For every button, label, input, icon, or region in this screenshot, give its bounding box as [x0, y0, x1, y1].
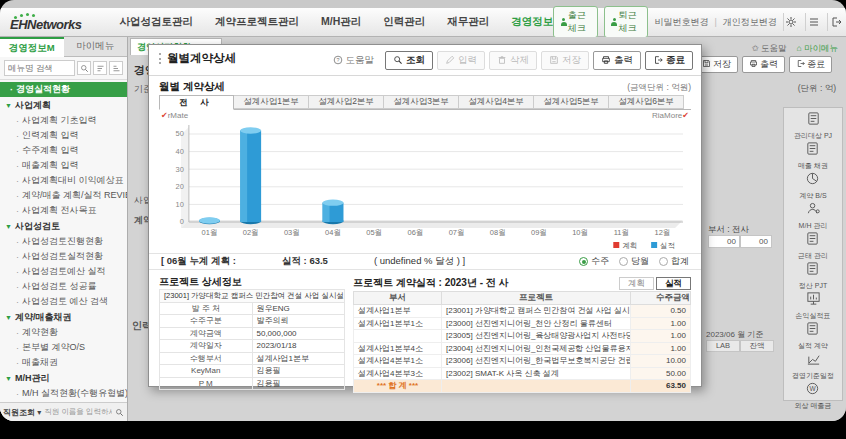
contract-row[interactable]: 설계사업1본부4소[23004] 선진엔지니어링_인천국제공항 산업물류용지 입… [354, 342, 691, 355]
mymenu-link[interactable]: ⌂ 마이메뉴 [797, 43, 839, 55]
sidebar-group[interactable]: ▼M/H관리 [0, 370, 127, 386]
person-icon [611, 18, 615, 26]
shortcut-pie-doc[interactable]: 계약 B/S [799, 171, 826, 201]
contract-row[interactable]: 설계사업4본부3소[23002] SMAT-K 사옥 신축 설계50.00 [354, 367, 691, 380]
sidebar-item[interactable]: ·인력계획 입력 [0, 128, 127, 143]
bar-04월 [323, 199, 344, 224]
svg-text:0: 0 [180, 217, 184, 226]
modal-toolbar-button[interactable]: 출력 [593, 51, 641, 70]
sidebar-item[interactable]: ·사업성검토진행현황 [0, 234, 127, 249]
division-tab[interactable]: 설계사업6본부 [609, 95, 684, 109]
division-tab[interactable]: 설계사업3본부 [384, 95, 459, 109]
modal-toolbar-button: 입력 [437, 51, 485, 70]
radio-합계[interactable]: 합계 [659, 255, 689, 268]
sidebar-item[interactable]: ·계약/매출 계획/실적 REVIEW [0, 188, 127, 203]
brand-logo[interactable]: EHNetworks [10, 13, 82, 31]
toggle-실적[interactable]: 실적 [656, 277, 691, 290]
contract-row[interactable]: 설계사업4본부1소[23006] 선진엔지니어링_한국법무보호복지공단 건립 건… [354, 355, 691, 368]
modal-toolbar-button[interactable]: 조회 [385, 51, 433, 70]
sidebar-item[interactable]: ·수주계획 입력 [0, 143, 127, 158]
sidebar-item[interactable]: ·본부별 계약O/S [0, 340, 127, 355]
detail-row: 수주구분발주의뢰 [160, 315, 345, 328]
shortcut-doc-clock[interactable]: 근태 관리 [798, 231, 828, 261]
nav-item[interactable]: M/H관리 [321, 15, 361, 29]
division-tab[interactable]: 설계사업2본부 [309, 95, 384, 109]
employee-search-icon[interactable] [115, 403, 124, 421]
sidebar-item[interactable]: ·M/H 실적현황(수행유형별) [0, 386, 127, 401]
collapse-all-icon[interactable] [109, 61, 123, 75]
division-tab[interactable]: 전 사 [159, 95, 234, 110]
sidebar-item[interactable]: ·사업성검토 예산 검색 [0, 294, 127, 309]
sidebar-item[interactable]: ·사업성검토실적현황 [0, 249, 127, 264]
detail-row: 수행부서설계사업1본부 [160, 352, 345, 365]
modal-help-button[interactable]: ?도움말 [326, 52, 382, 69]
toggle-계획[interactable]: 계획 [619, 277, 654, 290]
menu-search-row [0, 57, 127, 80]
sidebar-item[interactable]: ·매출계획 입력 [0, 158, 127, 173]
summary-prefix: [ 06월 누계 계획 : [161, 255, 236, 268]
sidebar-item[interactable]: ·사업성검토 성공률 [0, 279, 127, 294]
shortcut-chart-up[interactable]: 경영기준일정 [792, 351, 834, 381]
change-personal-info-link[interactable]: 개인정보변경 [723, 16, 777, 29]
chart-canvas: 0102030405001월02월03월04월05월06월07월08월09월10… [159, 111, 691, 251]
summary-bar: [ 06월 누계 계획 : 실적 : 63.5 ( undefined % 달성… [149, 253, 701, 270]
doc-list-icon [805, 321, 820, 340]
radio-당월[interactable]: 당월 [619, 255, 649, 268]
nav-item[interactable]: 사업성검토관리 [120, 15, 194, 29]
svg-text:12월: 12월 [655, 228, 671, 237]
menu-search-input[interactable] [4, 60, 75, 76]
help-link[interactable]: ✩ 도움말 [752, 43, 787, 55]
background-toolbar-button[interactable]: 종료 [789, 56, 832, 73]
nav-item[interactable]: 재무관리 [447, 15, 489, 29]
shortcut-person-gear[interactable]: M/H 관리 [799, 201, 828, 231]
division-tab[interactable]: 설계사업1본부 [234, 95, 309, 109]
checkout-button[interactable]: 퇴근체크 [604, 6, 649, 38]
menu-search-icon[interactable] [77, 61, 91, 75]
sidebar-item[interactable]: ·매출채권 [0, 355, 127, 370]
employee-search-dropdown[interactable]: 직원조회 ▾ [3, 407, 41, 418]
bullet-icon: · [16, 131, 19, 141]
division-tab[interactable]: 설계사업4본부 [459, 95, 534, 109]
background-toolbar-button[interactable]: 출력 [742, 56, 785, 73]
background-unit-note: (단위 : 억) [798, 83, 836, 95]
shortcut-doc-person[interactable]: 매출 채권 [798, 141, 828, 171]
sidebar-item[interactable]: ·사업성검토예산 실적 [0, 264, 127, 279]
project-header-row[interactable]: [23001] 가양대학교 캠퍼스 민간참여 건설 사업 실시설계 [160, 290, 345, 303]
sidebar-group[interactable]: ▼계약/매출채권 [0, 309, 127, 325]
radio-수주[interactable]: 수주 [579, 255, 609, 268]
sidebar-item[interactable]: ·사업계획대비 이익예상표 [0, 173, 127, 188]
logout-icon[interactable] [827, 13, 843, 31]
svg-text:계획: 계획 [622, 241, 637, 250]
sidebar-item[interactable]: ·경영실적현황 [0, 82, 127, 97]
sidebar-item[interactable]: ·사업계획 전사목표 [0, 203, 127, 218]
svg-text:07월: 07월 [449, 228, 465, 237]
nav-item[interactable]: 인력관리 [383, 15, 425, 29]
change-password-link[interactable]: 비밀번호변경 [654, 16, 708, 29]
nav-item[interactable]: 계약프로젝트관리 [215, 15, 299, 29]
shortcut-board-chart[interactable]: 손익실적표 [796, 291, 831, 321]
sidebar-group[interactable]: ▼사업계획 [0, 97, 127, 113]
menu-hamburger-icon[interactable] [805, 13, 821, 31]
expand-all-icon[interactable] [93, 61, 107, 75]
main-content-area: 경영실적현황 경영실적현황 기준년월 사업계획 계약 : 본 인력현황 ✩ 도움… [128, 37, 846, 421]
division-tab[interactable]: 설계사업5본부 [534, 95, 609, 109]
shortcut-doc-list[interactable]: 실적 계약 [798, 321, 828, 351]
shortcut-money[interactable]: W외상 매출금 [795, 381, 832, 411]
employee-search-input[interactable]: 직원 이름을 입력하세요. [44, 407, 112, 417]
sidebar-item[interactable]: ·계약현황 [0, 325, 127, 340]
sidebar-tab[interactable]: 경영정보M [0, 37, 64, 57]
contract-row[interactable]: [23005] 선진엔지니어링_육상태양광사업지 사전타당성검토 용역1.00 [354, 330, 691, 343]
nav-item[interactable]: 경영정보 [511, 15, 553, 29]
checkin-button[interactable]: 출근체크 [553, 6, 598, 38]
sidebar-group[interactable]: ▼사업성검토 [0, 218, 127, 234]
contract-row[interactable]: 설계사업1본부1소[23000] 선진엔지니어링_천안 산정리 물류센터1.00 [354, 317, 691, 330]
separator: | [714, 17, 716, 27]
sidebar-item[interactable]: ·사업계획 기초입력 [0, 113, 127, 128]
shortcut-doc-table[interactable]: 정산 PJT [799, 261, 827, 291]
modal-toolbar-button[interactable]: 종료 [645, 51, 693, 70]
shortcut-doc-gear[interactable]: 관리대상 PJ [794, 111, 832, 141]
settings-gear-icon[interactable] [783, 13, 799, 31]
sidebar-tab[interactable]: 마이메뉴 [64, 37, 128, 57]
doc-table-icon [805, 261, 820, 280]
contract-row[interactable]: 설계사업1본부[23001] 가양대학교 캠퍼스 민간참여 건설 사업 실시설계… [354, 305, 691, 318]
